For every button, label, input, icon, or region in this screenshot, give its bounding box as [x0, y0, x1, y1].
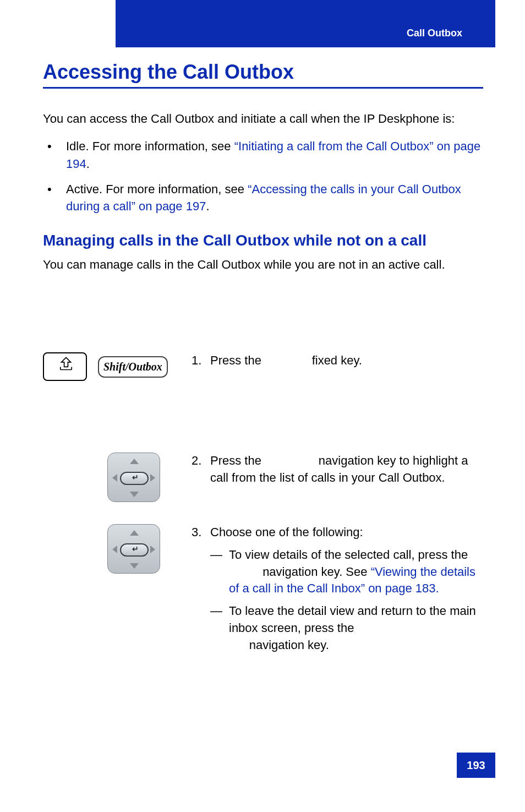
step-text: Press the fixed key.: [210, 352, 489, 369]
sub-text-b: navigation key. See: [259, 565, 371, 579]
step-number: 3.: [192, 524, 210, 660]
nav-enter-glyph-icon: ↵: [132, 544, 139, 553]
nav-down-icon: [130, 492, 139, 497]
dash-icon: —: [210, 547, 229, 597]
sub-paragraph: You can manage calls in the Call Outbox …: [43, 257, 483, 274]
steps-area: Shift/Outbox 1. Press the fixed key.: [43, 352, 494, 702]
spacer: [43, 419, 494, 453]
step-row-2: ↵ 2. Press the navigation key to highlig…: [43, 453, 494, 502]
step-2-text: 2. Press the navigation key to highlight…: [192, 453, 489, 491]
nav-right-icon: [150, 546, 155, 553]
page-number-box: 193: [457, 753, 495, 778]
step-row-1: Shift/Outbox 1. Press the fixed key.: [43, 352, 494, 381]
step-text: Choose one of the following: — To view d…: [210, 524, 489, 660]
header-banner: Call Outbox: [116, 0, 495, 47]
sub-item: — To view details of the selected call, …: [210, 547, 489, 597]
navigation-key-icon: ↵: [107, 524, 160, 574]
nav-right-icon: [150, 474, 155, 482]
sub-text-b: navigation key.: [246, 638, 329, 652]
step-lead: Choose one of the following:: [210, 525, 363, 539]
shift-outbox-key-icon: Shift/Outbox: [98, 356, 168, 378]
step-text: Press the navigation key to highlight a …: [210, 453, 489, 487]
heading-main: Accessing the Call Outbox: [43, 61, 483, 89]
nav-left-icon: [112, 474, 117, 482]
nav-up-icon: [130, 530, 139, 536]
step-row-3: ↵ 3. Choose one of the following: — To v…: [43, 524, 494, 664]
heading-sub: Managing calls in the Call Outbox while …: [43, 231, 483, 250]
dash-icon: —: [210, 603, 229, 653]
bullet-text-pre: Active. For more information, see: [66, 182, 248, 196]
step-text-a: Press the: [210, 353, 265, 367]
content-area: Accessing the Call Outbox You can access…: [43, 61, 483, 284]
sub-text: To leave the detail view and return to t…: [229, 603, 489, 653]
bullet-list: Idle. For more information, see “Initiat…: [43, 138, 483, 216]
document-page: Call Outbox Accessing the Call Outbox Yo…: [0, 0, 525, 812]
bullet-item: Idle. For more information, see “Initiat…: [43, 138, 483, 173]
outbox-arrow-icon: [55, 356, 77, 374]
nav-left-icon: [112, 546, 117, 553]
step-number: 1.: [192, 352, 210, 369]
sub-item: — To leave the detail view and return to…: [210, 603, 489, 653]
sub-text: To view details of the selected call, pr…: [229, 547, 489, 597]
nav-enter-glyph-icon: ↵: [132, 473, 139, 482]
bullet-text-post: .: [86, 157, 90, 171]
nav-down-icon: [130, 563, 139, 569]
step-2-icons: ↵: [43, 453, 192, 502]
step-3-text: 3. Choose one of the following: — To vie…: [192, 524, 489, 664]
step-number: 2.: [192, 453, 210, 487]
sub-text-a: To view details of the selected call, pr…: [229, 548, 468, 562]
nav-up-icon: [130, 459, 139, 464]
bullet-text-pre: Idle. For more information, see: [66, 139, 234, 153]
shift-outbox-key-label: Shift/Outbox: [103, 361, 162, 373]
sub-text-a: To leave the detail view and return to t…: [229, 604, 476, 635]
step-text-b: fixed key.: [309, 353, 362, 367]
sub-list: — To view details of the selected call, …: [210, 547, 489, 654]
bullet-text-post: .: [206, 199, 209, 213]
outbox-fixed-key-icon: [43, 352, 87, 381]
bullet-item: Active. For more information, see “Acces…: [43, 181, 483, 216]
step-3-icons: ↵: [43, 524, 192, 574]
page-number: 193: [467, 759, 485, 772]
header-section-label: Call Outbox: [407, 28, 462, 39]
intro-paragraph: You can access the Call Outbox and initi…: [43, 111, 483, 128]
step-1-icons: Shift/Outbox: [43, 352, 192, 381]
step-1-text: 1. Press the fixed key.: [192, 352, 489, 374]
navigation-key-icon: ↵: [107, 453, 160, 502]
step-text-a: Press the: [210, 454, 265, 467]
